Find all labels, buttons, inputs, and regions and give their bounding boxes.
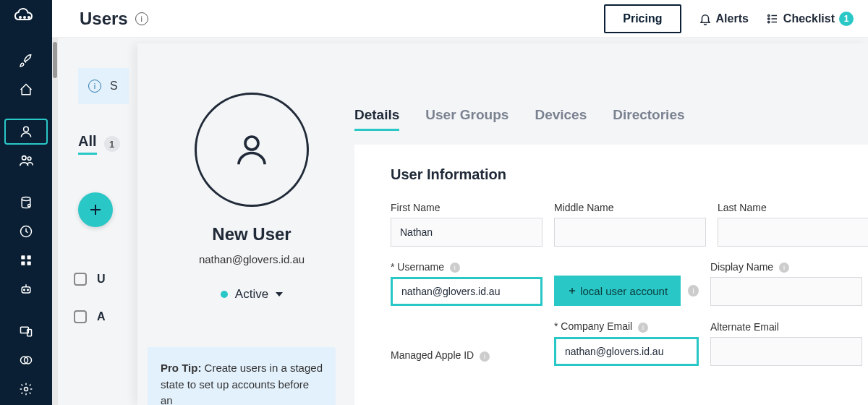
banner-text: S [110,80,118,93]
detail-tabs: Details User Groups Devices Directories [354,107,685,131]
svg-point-2 [27,16,30,19]
info-icon[interactable]: i [688,285,699,297]
nav-apps[interactable] [4,247,48,273]
last-name-input[interactable] [718,218,868,247]
nav-commands[interactable] [4,276,48,302]
user-icon [19,124,33,139]
pricing-button[interactable]: Pricing [604,4,681,33]
user-icon [232,130,271,169]
filter-count-badge: 1 [104,136,120,152]
info-icon[interactable]: i [450,263,460,273]
info-icon[interactable]: i [638,323,648,333]
cloud-logo-icon [13,7,39,24]
logo [0,0,52,30]
user-detail-panel: New User nathan@glovers.id.au Active Pro… [137,43,868,405]
list-row[interactable]: A [74,298,137,336]
svg-point-0 [19,16,22,19]
middle-name-input[interactable] [554,218,706,247]
database-icon [19,195,33,210]
field-local-user: local user account i [554,276,699,306]
info-icon[interactable]: i [779,263,789,273]
gear-icon [19,382,33,396]
nav-settings[interactable] [4,376,48,402]
list-item-label: U [97,273,106,286]
bell-icon [699,12,712,25]
middle-name-label: Middle Name [554,202,706,213]
clock-icon [19,224,33,239]
sidebar-scrollbar[interactable] [52,38,58,405]
tab-details[interactable]: Details [354,107,399,131]
devices-icon [19,324,33,338]
svg-point-3 [24,127,29,132]
tab-directories[interactable]: Directories [613,107,684,131]
info-icon[interactable]: i [480,351,490,362]
nav-home[interactable] [4,77,48,103]
field-first-name: First Name [391,202,542,247]
topbar: Users i Pricing Alerts Checklist 1 [52,0,868,38]
alternate-email-label: Alternate Email [710,321,862,333]
nav-policies[interactable] [4,218,48,244]
svg-point-14 [24,289,25,291]
svg-point-21 [767,14,769,16]
robot-icon [19,282,33,297]
checklist-link[interactable]: Checklist 1 [766,12,854,26]
overlap-icon [19,353,33,367]
nav-user-groups[interactable] [4,148,48,174]
svg-point-7 [28,205,30,207]
username-input[interactable] [391,277,542,306]
home-icon [19,82,33,97]
nav-mdm[interactable] [4,318,48,344]
display-name-input[interactable] [710,277,862,306]
page-title: Users [80,9,128,29]
svg-rect-12 [27,262,31,265]
checklist-icon [766,12,779,25]
user-summary: New User nathan@glovers.id.au Active [158,93,346,302]
info-icon: i [88,80,101,93]
company-email-input[interactable] [554,337,699,366]
add-user-button[interactable] [78,192,113,227]
svg-point-15 [27,289,29,291]
company-email-label: * Company Email i [554,320,699,332]
alternate-email-input[interactable] [710,337,862,366]
plus-icon [87,201,104,218]
pro-tip-banner: Pro Tip: Create users in a staged state … [148,347,336,405]
list-item-label: A [97,310,106,323]
sidebar [0,0,52,405]
rocket-icon [19,54,33,68]
field-alternate-email: Alternate Email [710,321,862,366]
svg-point-23 [767,17,769,19]
nav-getting-started[interactable] [4,48,48,74]
user-name: New User [158,224,346,244]
filter-all-tab[interactable]: All [78,133,97,155]
first-name-input[interactable] [391,218,542,247]
last-name-label: Last Name [718,202,868,213]
tab-devices[interactable]: Devices [535,107,587,131]
svg-point-29 [245,137,258,150]
field-last-name: Last Name [718,202,868,247]
alerts-link[interactable]: Alerts [699,12,749,25]
first-name-label: First Name [391,202,542,213]
tab-user-groups[interactable]: User Groups [425,107,509,131]
nav-users[interactable] [4,119,48,145]
list-row[interactable]: U [74,260,137,298]
info-banner: i S [78,68,129,104]
plus-icon [567,286,577,296]
status-dropdown[interactable]: Active [158,287,346,302]
status-label: Active [235,287,268,302]
row-checkbox[interactable] [74,273,87,286]
svg-point-6 [22,197,30,201]
field-middle-name: Middle Name [554,202,706,247]
field-managed-apple-id: Managed Apple ID i [391,349,542,365]
nav-devices[interactable] [4,189,48,216]
field-username: * Username i [391,261,542,306]
nav-sso[interactable] [4,347,48,373]
row-checkbox[interactable] [74,310,87,323]
local-user-account-button[interactable]: local user account [554,276,681,306]
managed-apple-label: Managed Apple ID i [391,349,542,361]
svg-rect-11 [21,262,25,265]
info-icon[interactable]: i [135,12,148,25]
users-list-panel: i S All 1 U A [58,38,137,336]
section-title: User Information [391,166,832,183]
group-icon [18,153,34,169]
chevron-down-icon [276,292,283,297]
